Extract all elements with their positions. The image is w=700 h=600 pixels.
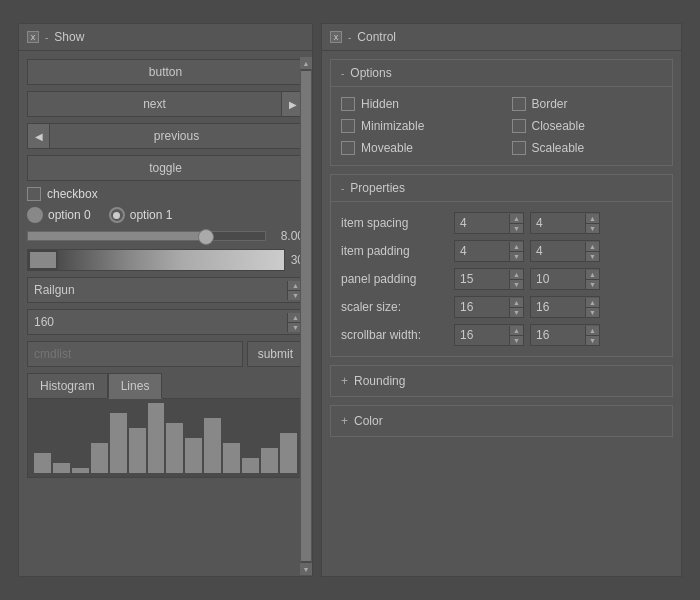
- next-button-label: next: [28, 92, 281, 116]
- prop-input-3-0[interactable]: [455, 297, 509, 317]
- option-item-4[interactable]: Moveable: [341, 141, 492, 155]
- prop-spin-up-1-1[interactable]: ▲: [586, 242, 599, 252]
- number-input[interactable]: [28, 310, 287, 334]
- option-label-2: Minimizable: [361, 119, 424, 133]
- prop-input-1-1[interactable]: [531, 241, 585, 261]
- prop-spin-up-2-0[interactable]: ▲: [510, 270, 523, 280]
- prop-input-2-1[interactable]: [531, 269, 585, 289]
- prop-input-2-0[interactable]: [455, 269, 509, 289]
- railgun-input[interactable]: [28, 278, 287, 302]
- submit-button[interactable]: submit: [247, 341, 304, 367]
- prop-input-0-1[interactable]: [531, 213, 585, 233]
- prop-spin-up-0-0[interactable]: ▲: [510, 214, 523, 224]
- checkbox-row: checkbox: [27, 187, 304, 201]
- scroll-down-arrow[interactable]: ▼: [300, 563, 312, 575]
- option-checkbox-4[interactable]: [341, 141, 355, 155]
- option-checkbox-0[interactable]: [341, 97, 355, 111]
- histogram-bar: [223, 443, 240, 473]
- left-panel: x - Show button next ▶ ◀ previous toggle…: [18, 23, 313, 577]
- prop-input-3-1[interactable]: [531, 297, 585, 317]
- histogram-bar: [34, 453, 51, 473]
- prop-spin-down-4-0[interactable]: ▼: [510, 336, 523, 345]
- slider-row: 8.00: [27, 229, 304, 243]
- option-label-1: Border: [532, 97, 568, 111]
- color-header[interactable]: + Color: [331, 406, 672, 436]
- prop-input-1-0[interactable]: [455, 241, 509, 261]
- color-label: Color: [354, 414, 383, 428]
- prop-spin-down-0-1[interactable]: ▼: [586, 224, 599, 233]
- prop-inputs-1: ▲▼▲▼: [454, 240, 662, 262]
- histogram-bar: [53, 463, 70, 473]
- options-grid: HiddenBorderMinimizableCloseableMoveable…: [341, 97, 662, 155]
- checkbox-input[interactable]: [27, 187, 41, 201]
- option-label-5: Scaleable: [532, 141, 585, 155]
- option-item-3[interactable]: Closeable: [512, 119, 663, 133]
- prop-spin-up-2-1[interactable]: ▲: [586, 270, 599, 280]
- histogram-bar: [185, 438, 202, 473]
- button-btn[interactable]: button: [27, 59, 304, 85]
- prop-input-box-4-0: ▲▼: [454, 324, 524, 346]
- prop-input-4-1[interactable]: [531, 325, 585, 345]
- prop-spin-up-0-1[interactable]: ▲: [586, 214, 599, 224]
- rounding-plus-icon: +: [341, 374, 348, 388]
- rounding-label: Rounding: [354, 374, 405, 388]
- option-item-1[interactable]: Border: [512, 97, 663, 111]
- prop-input-4-0[interactable]: [455, 325, 509, 345]
- prop-spin-3-0: ▲▼: [509, 298, 523, 317]
- option-item-2[interactable]: Minimizable: [341, 119, 492, 133]
- option-item-0[interactable]: Hidden: [341, 97, 492, 111]
- radio-option1-inner: [113, 212, 120, 219]
- left-close-button[interactable]: x: [27, 31, 39, 43]
- prop-spin-down-1-0[interactable]: ▼: [510, 252, 523, 261]
- color-plus-icon: +: [341, 414, 348, 428]
- left-scrollbar: ▲ ▼: [300, 56, 312, 576]
- option-checkbox-2[interactable]: [341, 119, 355, 133]
- prop-spin-down-3-0[interactable]: ▼: [510, 308, 523, 317]
- radio-option0[interactable]: option 0: [27, 207, 91, 223]
- prop-spin-down-3-1[interactable]: ▼: [586, 308, 599, 317]
- prop-spin-down-2-1[interactable]: ▼: [586, 280, 599, 289]
- prop-label-1: item padding: [341, 244, 446, 258]
- prop-spin-up-3-0[interactable]: ▲: [510, 298, 523, 308]
- prop-input-box-4-1: ▲▼: [530, 324, 600, 346]
- cmdlist-input[interactable]: [27, 341, 243, 367]
- slider-thumb[interactable]: [198, 229, 214, 245]
- right-panel-title: Control: [357, 30, 396, 44]
- option-item-5[interactable]: Scaleable: [512, 141, 663, 155]
- option-checkbox-5[interactable]: [512, 141, 526, 155]
- tab-lines[interactable]: Lines: [108, 373, 163, 399]
- prop-inputs-3: ▲▼▲▼: [454, 296, 662, 318]
- tabs-row: Histogram Lines: [27, 373, 304, 399]
- option-checkbox-1[interactable]: [512, 97, 526, 111]
- prop-spin-up-4-1[interactable]: ▲: [586, 326, 599, 336]
- histogram-bar: [148, 403, 165, 473]
- tab-histogram[interactable]: Histogram: [27, 373, 108, 399]
- prop-input-box-1-0: ▲▼: [454, 240, 524, 262]
- prop-spin-down-1-1[interactable]: ▼: [586, 252, 599, 261]
- color-slider-track[interactable]: [27, 249, 285, 271]
- option-checkbox-3[interactable]: [512, 119, 526, 133]
- prop-input-0-0[interactable]: [455, 213, 509, 233]
- scroll-thumb[interactable]: [301, 71, 311, 561]
- prop-input-box-2-1: ▲▼: [530, 268, 600, 290]
- options-label: Options: [350, 66, 391, 80]
- scroll-up-arrow[interactable]: ▲: [300, 57, 312, 69]
- prop-spin-down-2-0[interactable]: ▼: [510, 280, 523, 289]
- color-slider-thumb[interactable]: [28, 250, 58, 270]
- prev-arrow-btn[interactable]: ◀: [28, 124, 50, 148]
- prop-inputs-4: ▲▼▲▼: [454, 324, 662, 346]
- slider-track[interactable]: [27, 231, 266, 241]
- rounding-header[interactable]: + Rounding: [331, 366, 672, 396]
- prop-spin-up-1-0[interactable]: ▲: [510, 242, 523, 252]
- prop-spin-down-0-0[interactable]: ▼: [510, 224, 523, 233]
- prop-spin-up-4-0[interactable]: ▲: [510, 326, 523, 336]
- slider-fill: [28, 232, 206, 240]
- prop-spin-down-4-1[interactable]: ▼: [586, 336, 599, 345]
- checkbox-label: checkbox: [47, 187, 98, 201]
- radio-option1[interactable]: option 1: [109, 207, 173, 223]
- histogram-bar: [110, 413, 127, 473]
- prop-spin-up-3-1[interactable]: ▲: [586, 298, 599, 308]
- toggle-btn[interactable]: toggle: [27, 155, 304, 181]
- right-close-button[interactable]: x: [330, 31, 342, 43]
- cmdlist-row: submit: [27, 341, 304, 367]
